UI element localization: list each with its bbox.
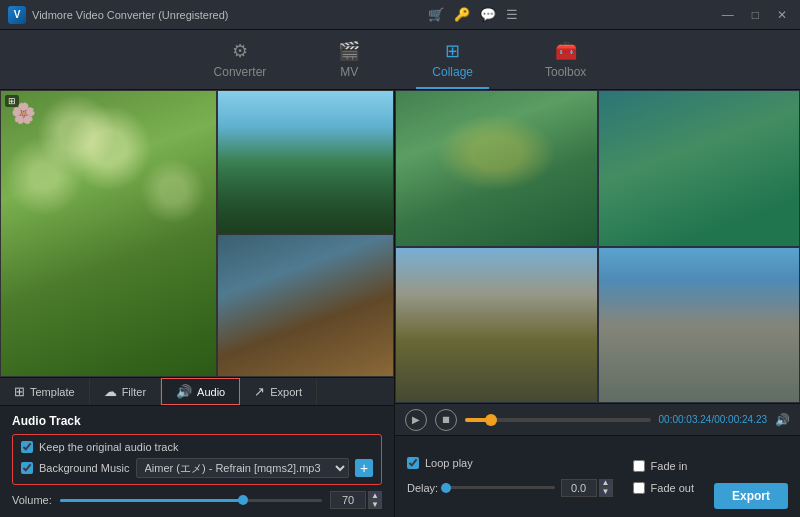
close-button[interactable]: ✕ <box>772 6 792 24</box>
template-icon: ⊞ <box>14 384 25 399</box>
play-button[interactable]: ▶ <box>405 409 427 431</box>
right-inner: ▶ ⏹ 00:00:03.24/00:00:24.23 🔊 <box>395 90 800 517</box>
preview-cell-br <box>598 247 801 404</box>
grid-cell-tr <box>217 90 394 234</box>
loop-play-group: Loop play <box>407 457 613 469</box>
mountain-overlay <box>218 162 393 233</box>
app-logo: V <box>8 6 26 24</box>
grid-cell-large: ⊞ <box>0 90 217 377</box>
volume-up-button[interactable]: ▲ <box>368 491 382 500</box>
volume-spin-buttons: ▲ ▼ <box>368 491 382 509</box>
flowers-overlay <box>1 91 216 376</box>
minimize-button[interactable]: — <box>717 6 739 24</box>
time-current: 00:00:03.24 <box>659 414 712 425</box>
fade-in-label: Fade in <box>651 460 688 472</box>
export-icon: ↗ <box>254 384 265 399</box>
background-music-label: Background Music <box>39 462 130 474</box>
left-panel: ⊞ ⊞ Template ☁ Filter 🔊 Audio <box>0 90 395 517</box>
background-music-row: Background Music Aimer (エメ) - Refrain [m… <box>21 458 373 478</box>
tab-mv[interactable]: 🎬 MV <box>322 34 376 89</box>
speaker-icon[interactable]: 🔊 <box>775 413 790 427</box>
mv-icon: 🎬 <box>338 40 360 62</box>
toolbox-icon: 🧰 <box>555 40 577 62</box>
keep-original-checkbox[interactable] <box>21 441 33 453</box>
preview-cell-bl <box>395 247 598 404</box>
export-area: Export <box>714 483 788 509</box>
volume-label: Volume: <box>12 494 52 506</box>
audio-section-title: Audio Track <box>12 414 382 428</box>
keep-original-label: Keep the original audio track <box>39 441 178 453</box>
main-area: ⊞ ⊞ Template ☁ Filter 🔊 Audio <box>0 90 800 517</box>
progress-track <box>465 418 651 422</box>
tab-converter-label: Converter <box>214 65 267 79</box>
volume-input[interactable] <box>330 491 366 509</box>
volume-row: Volume: ▲ ▼ <box>12 491 382 509</box>
filter-icon: ☁ <box>104 384 117 399</box>
collage-icon: ⊞ <box>445 40 460 62</box>
delay-label: Delay: <box>407 482 438 494</box>
app-title: Vidmore Video Converter (Unregistered) <box>32 9 228 21</box>
delay-down-button[interactable]: ▼ <box>599 488 613 497</box>
tab-toolbox-label: Toolbox <box>545 65 586 79</box>
volume-thumb[interactable] <box>238 495 248 505</box>
delay-slider-track <box>444 486 554 489</box>
delay-group: Delay: ▲ ▼ <box>407 479 613 497</box>
grid-cell-bl <box>217 234 394 378</box>
time-display: 00:00:03.24/00:00:24.23 <box>659 414 767 425</box>
menu-icon[interactable]: ☰ <box>506 7 518 22</box>
audio-track-box: Keep the original audio track Background… <box>12 434 382 485</box>
delay-slider-container <box>444 481 554 495</box>
audio-icon: 🔊 <box>176 384 192 399</box>
volume-down-button[interactable]: ▼ <box>368 500 382 509</box>
cart-icon[interactable]: 🛒 <box>428 7 444 22</box>
collage-grid: ⊞ <box>0 90 394 377</box>
tab-converter[interactable]: ⚙ Converter <box>198 34 283 89</box>
window-controls: — □ ✕ <box>717 6 792 24</box>
tab-collage-label: Collage <box>432 65 473 79</box>
controls-panel: Audio Track Keep the original audio trac… <box>0 405 394 517</box>
template-button[interactable]: ⊞ Template <box>0 378 90 405</box>
audio-button[interactable]: 🔊 Audio <box>161 378 240 405</box>
tab-collage[interactable]: ⊞ Collage <box>416 34 489 89</box>
nav-tabs: ⚙ Converter 🎬 MV ⊞ Collage 🧰 Toolbox <box>0 30 800 90</box>
preview-cell-tl <box>395 90 598 247</box>
maximize-button[interactable]: □ <box>747 6 764 24</box>
delay-input[interactable] <box>561 479 597 497</box>
delay-value-box: ▲ ▼ <box>561 479 613 497</box>
fade-out-label: Fade out <box>651 482 694 494</box>
background-music-checkbox[interactable] <box>21 462 33 474</box>
audio-label: Audio <box>197 386 225 398</box>
filter-button[interactable]: ☁ Filter <box>90 378 161 405</box>
export-label: Export <box>270 386 302 398</box>
delay-thumb[interactable] <box>441 483 451 493</box>
right-preview <box>395 90 800 403</box>
bottom-toolbar: ⊞ Template ☁ Filter 🔊 Audio ↗ Export <box>0 377 394 405</box>
grid-icon-1: ⊞ <box>5 95 19 107</box>
right-options: Loop play Delay: <box>395 435 800 517</box>
export-button[interactable]: Export <box>714 483 788 509</box>
key-icon[interactable]: 🔑 <box>454 7 470 22</box>
volume-slider-track <box>60 499 322 502</box>
export-toolbar-button[interactable]: ↗ Export <box>240 378 317 405</box>
chat-icon[interactable]: 💬 <box>480 7 496 22</box>
titlebar-icons: 🛒 🔑 💬 ☰ <box>428 7 518 22</box>
tab-mv-label: MV <box>340 65 358 79</box>
loop-play-label: Loop play <box>425 457 473 469</box>
time-total: 00:00:24.23 <box>714 414 767 425</box>
music-select[interactable]: Aimer (エメ) - Refrain [mqms2].mp3 <box>136 458 350 478</box>
converter-icon: ⚙ <box>232 40 248 62</box>
fade-out-checkbox[interactable] <box>633 482 645 494</box>
progress-thumb[interactable] <box>485 414 497 426</box>
loop-play-checkbox[interactable] <box>407 457 419 469</box>
stop-button[interactable]: ⏹ <box>435 409 457 431</box>
titlebar-left: V Vidmore Video Converter (Unregistered) <box>8 6 228 24</box>
filter-label: Filter <box>122 386 146 398</box>
tab-toolbox[interactable]: 🧰 Toolbox <box>529 34 602 89</box>
preview-cell-tr <box>598 90 801 247</box>
progress-container <box>465 413 651 427</box>
fade-in-checkbox[interactable] <box>633 460 645 472</box>
right-panel: ▶ ⏹ 00:00:03.24/00:00:24.23 🔊 <box>395 90 800 517</box>
playback-bar: ▶ ⏹ 00:00:03.24/00:00:24.23 🔊 <box>395 403 800 435</box>
keep-original-row: Keep the original audio track <box>21 441 373 453</box>
add-music-button[interactable]: + <box>355 459 373 477</box>
